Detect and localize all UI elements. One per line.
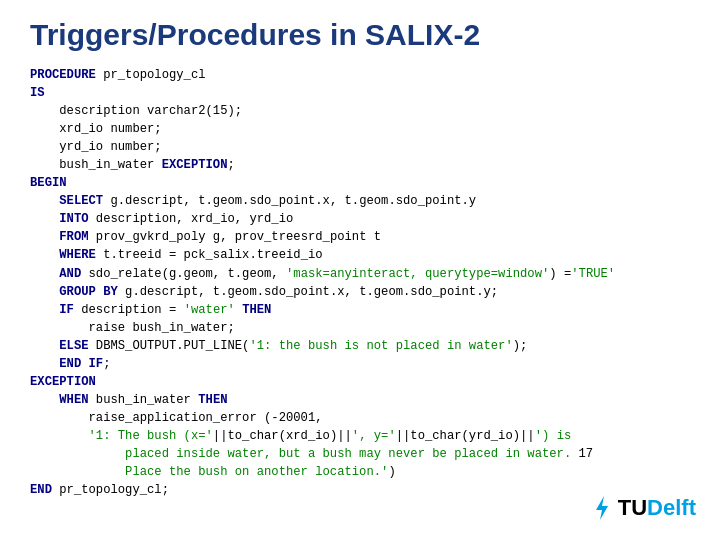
logo-delft-text: Delft: [647, 495, 696, 521]
svg-marker-0: [596, 496, 608, 520]
tu-delft-logo-icon: [588, 494, 616, 522]
logo-area: TU Delft: [588, 494, 696, 522]
slide-title: Triggers/Procedures in SALIX-2: [30, 18, 690, 52]
code-line-1: PROCEDURE pr_topology_cl IS description …: [30, 68, 615, 497]
slide: Triggers/Procedures in SALIX-2 PROCEDURE…: [0, 0, 720, 540]
logo-tu-text: TU: [618, 495, 647, 521]
code-block: PROCEDURE pr_topology_cl IS description …: [30, 66, 690, 499]
